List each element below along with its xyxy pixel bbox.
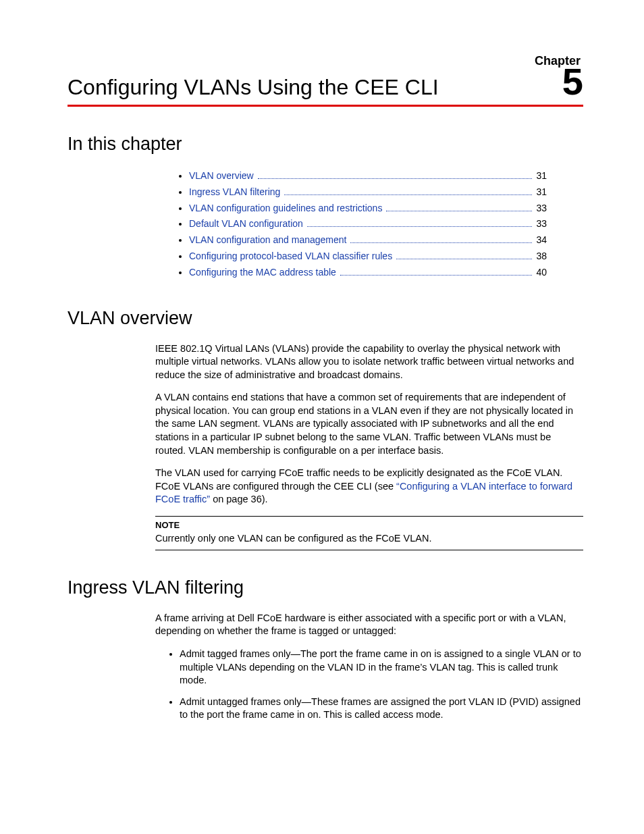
overview-body: IEEE 802.1Q Virtual LANs (VLANs) provide…: [155, 342, 583, 550]
toc-link[interactable]: Configuring the MAC address table: [189, 265, 336, 281]
note-text: Currently only one VLAN can be configure…: [155, 532, 583, 546]
toc-item: Configuring the MAC address table 40: [189, 265, 583, 281]
toc-leader: [284, 187, 532, 195]
overview-p1: IEEE 802.1Q Virtual LANs (VLANs) provide…: [155, 342, 583, 382]
chapter-header-row: Configuring VLANs Using the CEE CLI 5: [68, 70, 583, 101]
chapter-label: Chapter: [68, 54, 583, 68]
ingress-bullet: Admit tagged frames only—The port the fr…: [180, 648, 583, 687]
toc-link[interactable]: VLAN overview: [189, 168, 254, 184]
toc-page: 31: [536, 168, 547, 184]
toc-leader: [258, 171, 533, 179]
note-rule-bottom: [155, 550, 583, 550]
toc-page: 33: [536, 201, 547, 217]
toc-leader: [386, 203, 532, 211]
toc-link[interactable]: Configuring protocol-based VLAN classifi…: [189, 249, 392, 265]
title-rule: [68, 105, 583, 107]
toc-page: 38: [536, 249, 547, 265]
toc-leader: [350, 235, 532, 243]
section-vlan-overview: VLAN overview: [68, 308, 583, 329]
overview-p3-suffix: on page 36).: [210, 494, 267, 504]
chapter-title: Configuring VLANs Using the CEE CLI: [68, 75, 439, 100]
overview-p2: A VLAN contains end stations that have a…: [155, 391, 583, 457]
toc-link[interactable]: VLAN configuration guidelines and restri…: [189, 201, 382, 217]
ingress-bullets: Admit tagged frames only—The port the fr…: [155, 648, 583, 722]
section-in-this-chapter: In this chapter: [68, 134, 583, 155]
note-label: NOTE: [155, 519, 583, 531]
toc-page: 40: [536, 265, 547, 281]
toc-link[interactable]: Ingress VLAN filtering: [189, 184, 280, 201]
toc-page: 31: [536, 184, 547, 201]
toc-page: 34: [536, 232, 547, 249]
toc-link[interactable]: VLAN configuration and management: [189, 232, 346, 249]
ingress-body: A frame arriving at Dell FCoE hardware i…: [155, 612, 583, 722]
toc-link[interactable]: Default VLAN configuration: [189, 216, 303, 232]
note-rule-top: [155, 516, 583, 517]
toc-page: 33: [536, 216, 547, 232]
ingress-bullet: Admit untagged frames only—These frames …: [180, 696, 583, 722]
toc-item: VLAN configuration guidelines and restri…: [189, 201, 583, 217]
toc-item: VLAN overview 31: [189, 168, 583, 184]
section-ingress-filtering: Ingress VLAN filtering: [68, 577, 583, 598]
toc-leader: [307, 219, 533, 227]
toc-item: VLAN configuration and management 34: [189, 232, 583, 249]
toc-item: Ingress VLAN filtering 31: [189, 184, 583, 201]
ingress-intro: A frame arriving at Dell FCoE hardware i…: [155, 612, 583, 638]
toc-leader: [340, 267, 533, 276]
toc-item: Configuring protocol-based VLAN classifi…: [189, 249, 583, 265]
toc-item: Default VLAN configuration 33: [189, 216, 583, 232]
toc-leader: [396, 251, 532, 259]
overview-p3: The VLAN used for carrying FCoE traffic …: [155, 467, 583, 506]
toc-list: VLAN overview 31 Ingress VLAN filtering …: [162, 168, 583, 281]
chapter-number: 5: [562, 63, 583, 101]
page: Chapter Configuring VLANs Using the CEE …: [0, 0, 644, 771]
